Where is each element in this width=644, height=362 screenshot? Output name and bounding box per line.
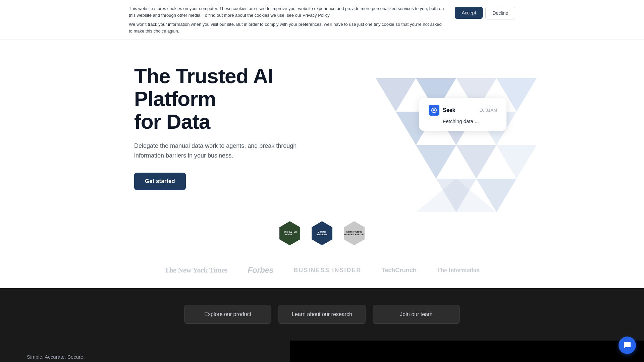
- chat-icon: [623, 341, 631, 349]
- hero-inner: The Trusted AI Platform for Data Delegat…: [107, 65, 537, 190]
- svg-marker-7: [456, 145, 496, 179]
- business-insider-logo: BUSINESS INSIDER: [293, 267, 361, 274]
- seek-card: Seek 10:31AM Fetching data ...: [419, 98, 506, 131]
- hero-decoration: Seek 10:31AM Fetching data ...: [352, 58, 537, 215]
- cookie-banner: This website stores cookies on your comp…: [0, 0, 644, 40]
- decline-button[interactable]: Decline: [485, 7, 515, 19]
- join-team-button[interactable]: Join our team: [373, 305, 460, 324]
- seek-time: 10:31AM: [480, 108, 497, 113]
- chat-button[interactable]: [619, 337, 636, 354]
- cookie-buttons: Accept Decline: [455, 5, 515, 19]
- bottom-right-video: [290, 341, 644, 362]
- gartner-badge: GartnerREVIEWS: [310, 221, 334, 245]
- forrester-badge: FORRESTERWAVE™: [278, 221, 302, 245]
- svg-point-14: [433, 109, 435, 111]
- hero-section: The Trusted AI Platform for Data Delegat…: [0, 47, 644, 215]
- hero-title: The Trusted AI Platform for Data: [134, 65, 335, 133]
- hero-content: The Trusted AI Platform for Data Delegat…: [134, 65, 335, 190]
- accept-button[interactable]: Accept: [455, 7, 483, 19]
- media-logos: The New York Times Forbes BUSINESS INSID…: [0, 259, 644, 288]
- bottom-left: Simple. Accurate. Secure. Modernize your…: [0, 341, 290, 362]
- simple-accurate-secure: Simple. Accurate. Secure.: [27, 354, 270, 360]
- cookie-texts: This website stores cookies on your comp…: [129, 5, 444, 34]
- learn-research-button[interactable]: Learn about our research: [278, 305, 366, 324]
- svg-marker-0: [376, 78, 416, 112]
- cookie-main-text: This website stores cookies on your comp…: [129, 5, 444, 18]
- page-wrapper: The Trusted AI Platform for Data Delegat…: [0, 47, 644, 362]
- svg-marker-8: [496, 145, 537, 179]
- gartner-market-badge: Gartner GroupMARKET REPORT: [342, 221, 366, 245]
- seek-card-header: Seek 10:31AM: [429, 105, 497, 116]
- cookie-secondary-text: We won't track your information when you…: [129, 21, 444, 34]
- hero-subtitle: Delegate the manual data work to agents,…: [134, 141, 309, 161]
- cta-buttons-row: Explore our product Learn about our rese…: [0, 305, 644, 341]
- decoration-svg: [349, 58, 537, 215]
- techcrunch-logo: TechCrunch: [381, 266, 416, 274]
- svg-marker-6: [416, 145, 456, 179]
- seek-status: Fetching data ...: [429, 118, 497, 124]
- dark-section: Explore our product Learn about our rese…: [0, 288, 644, 362]
- badges-section: FORRESTERWAVE™ GartnerREVIEWS Gartner Gr…: [0, 215, 644, 259]
- seek-name: Seek: [443, 107, 455, 113]
- nyt-logo: The New York Times: [164, 266, 227, 275]
- the-information-logo: The Information: [437, 266, 480, 274]
- explore-product-button[interactable]: Explore our product: [184, 305, 271, 324]
- get-started-button[interactable]: Get started: [134, 173, 186, 190]
- forbes-logo: Forbes: [248, 265, 273, 275]
- bottom-content: Simple. Accurate. Secure. Modernize your…: [0, 341, 644, 362]
- seek-logo: [429, 105, 439, 116]
